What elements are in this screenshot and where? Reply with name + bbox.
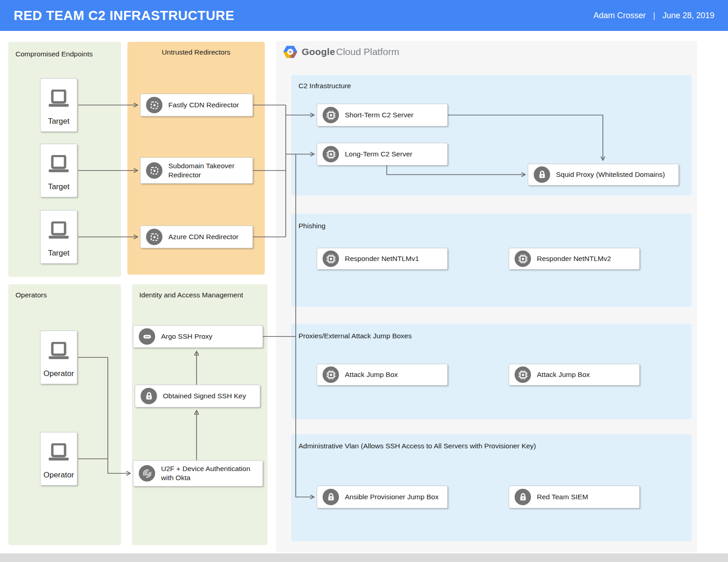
node-operator-2: Operator bbox=[40, 432, 77, 486]
section-title-compromised-endpoints: Compromised Endpoints bbox=[15, 50, 93, 58]
node-label: Responder NetNTLMv1 bbox=[345, 254, 419, 263]
node-label: Operator bbox=[43, 369, 74, 378]
node-label: U2F + Device Authentication with Okta bbox=[161, 464, 257, 482]
lock-icon bbox=[515, 489, 531, 505]
lock-icon bbox=[534, 166, 550, 183]
node-responder-netntlmv2: Responder NetNTLMv2 bbox=[509, 248, 640, 270]
laptop-icon bbox=[46, 443, 71, 462]
author-name: Adam Crosser bbox=[593, 11, 646, 20]
node-red-team-siem: Red Team SIEM bbox=[509, 486, 640, 508]
section-operators bbox=[8, 284, 121, 545]
node-ansible-provisioner-jump-box: Ansible Provisioner Jump Box bbox=[317, 486, 448, 508]
chip-icon bbox=[323, 146, 339, 162]
node-obtained-signed-ssh-key: Obtained Signed SSH Key bbox=[135, 385, 260, 407]
node-label: Red Team SIEM bbox=[537, 492, 588, 502]
node-target-3: Target bbox=[40, 210, 77, 264]
section-title-iam: Identity and Access Management bbox=[139, 291, 243, 299]
node-label: Target bbox=[48, 182, 69, 191]
node-label: Argo SSH Proxy bbox=[161, 332, 212, 341]
chip-icon bbox=[323, 107, 339, 123]
node-label: Attack Jump Box bbox=[345, 370, 398, 379]
node-squid-proxy: Squid Proxy (Whitelisted Domains) bbox=[528, 164, 679, 186]
node-label: Short-Term C2 Server bbox=[345, 110, 414, 120]
gcp-logo-cloud-text: Cloud Platform bbox=[336, 46, 399, 57]
node-azure-cdn-redirector: Azure CDN Redirector bbox=[140, 226, 253, 248]
fingerprint-icon bbox=[139, 465, 155, 482]
chip-icon bbox=[515, 366, 531, 383]
node-attack-jump-box-2: Attack Jump Box bbox=[509, 364, 640, 386]
node-label: Operator bbox=[43, 471, 74, 480]
laptop-icon bbox=[46, 155, 71, 174]
node-operator-1: Operator bbox=[40, 331, 77, 384]
scan-icon bbox=[146, 229, 162, 245]
laptop-icon bbox=[46, 90, 71, 109]
node-label: Fastly CDN Redirector bbox=[168, 100, 239, 110]
laptop-icon bbox=[46, 342, 71, 361]
node-argo-ssh-proxy: Argo SSH Proxy bbox=[133, 325, 263, 348]
node-long-term-c2-server: Long-Term C2 Server bbox=[317, 143, 448, 166]
gcp-hexagon-logo-icon bbox=[283, 45, 298, 58]
node-label: Target bbox=[48, 249, 69, 258]
header-meta: Adam Crosser | June 28, 2019 bbox=[593, 11, 714, 20]
scan-icon bbox=[146, 97, 162, 113]
gcp-logo-google-text: Google bbox=[302, 46, 335, 57]
chip-icon bbox=[515, 251, 531, 267]
chip-icon bbox=[323, 251, 339, 267]
node-label: Responder NetNTLMv2 bbox=[537, 254, 611, 263]
section-title-operators: Operators bbox=[15, 291, 47, 299]
section-title-phishing: Phishing bbox=[298, 222, 325, 230]
bottom-strip bbox=[0, 553, 728, 562]
lock-icon bbox=[141, 388, 157, 404]
section-title-admin-vlan: Administrative Vlan (Allows SSH Access t… bbox=[298, 442, 536, 450]
meta-separator: | bbox=[653, 11, 655, 20]
section-title-proxies: Proxies/External Attack Jump Boxes bbox=[298, 332, 412, 340]
node-target-1: Target bbox=[40, 78, 77, 132]
node-attack-jump-box-1: Attack Jump Box bbox=[317, 364, 448, 386]
node-u2f-device-authentication: U2F + Device Authentication with Okta bbox=[133, 460, 263, 487]
header-bar: RED TEAM C2 INFRASTRUCTURE Adam Crosser … bbox=[0, 0, 728, 31]
page-title: RED TEAM C2 INFRASTRUCTURE bbox=[14, 8, 234, 23]
node-short-term-c2-server: Short-Term C2 Server bbox=[317, 104, 448, 126]
node-responder-netntlmv1: Responder NetNTLMv1 bbox=[317, 248, 448, 270]
section-title-c2-infrastructure: C2 Infrastructure bbox=[298, 82, 351, 90]
section-title-untrusted-redirectors: Untrusted Redirectors bbox=[127, 48, 265, 56]
node-target-2: Target bbox=[40, 144, 77, 197]
node-label: Attack Jump Box bbox=[537, 370, 590, 379]
node-label: Squid Proxy (Whitelisted Domains) bbox=[556, 170, 665, 179]
section-iam bbox=[132, 284, 268, 545]
node-subdomain-takeover-redirector: Subdomain Takeover Redirector bbox=[140, 157, 253, 184]
node-label: Subdomain Takeover Redirector bbox=[168, 161, 247, 180]
chip-icon bbox=[323, 366, 339, 383]
diagram-canvas: RED TEAM C2 INFRASTRUCTURE Adam Crosser … bbox=[0, 0, 728, 562]
node-label: Azure CDN Redirector bbox=[168, 232, 238, 241]
node-label: Obtained Signed SSH Key bbox=[163, 391, 246, 401]
node-label: Ansible Provisioner Jump Box bbox=[345, 492, 439, 502]
node-fastly-cdn-redirector: Fastly CDN Redirector bbox=[140, 94, 253, 116]
node-label: Target bbox=[48, 117, 69, 126]
node-label: Long-Term C2 Server bbox=[345, 150, 412, 159]
laptop-icon bbox=[46, 221, 71, 241]
scan-icon bbox=[146, 162, 162, 179]
google-cloud-platform-logo: GoogleCloud Platform bbox=[283, 45, 399, 58]
date-label: June 28, 2019 bbox=[662, 11, 714, 20]
lock-icon bbox=[323, 489, 339, 505]
ellipsis-icon bbox=[139, 328, 155, 345]
